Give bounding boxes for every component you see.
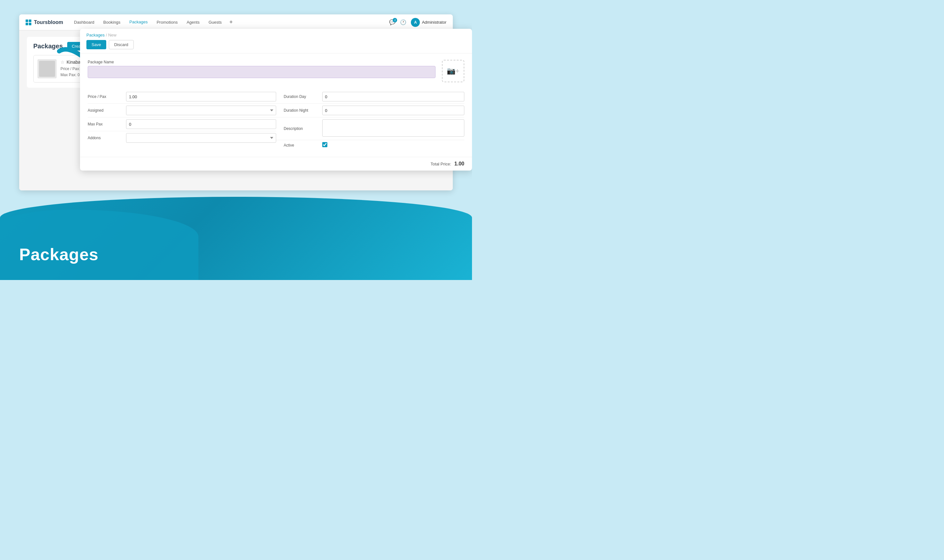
form-fields: Price / Pax Assigned Max Pax [88,90,464,151]
form-row-addons: Addons [88,131,276,145]
active-checkbox[interactable] [322,142,327,147]
form-overlay: Packages / New Save Discard Package Name… [80,29,472,171]
addons-label: Addons [88,136,126,140]
image-upload-placeholder[interactable]: 📷+ [442,60,464,82]
admin-name: Administrator [422,20,446,25]
form-row-assigned: Assigned [88,104,276,117]
assigned-select[interactable] [126,106,276,115]
clock-button[interactable]: 🕐 [400,19,406,25]
form-row-description: Description [276,117,464,140]
discard-button[interactable]: Discard [109,40,134,49]
brand-name: Toursbloom [34,20,63,25]
form-row-price: Price / Pax [88,90,276,104]
form-row-duration-night: Duration Night [276,104,464,117]
package-name-input[interactable] [88,66,435,78]
navbar: Toursbloom Dashboard Bookings Packages P… [19,14,453,31]
form-header: Packages / New Save Discard [80,29,472,54]
form-row-duration-day: Duration Day [276,90,464,104]
duration-day-label: Duration Day [284,94,322,99]
nav-packages[interactable]: Packages [125,14,152,31]
nav-bookings[interactable]: Bookings [99,14,125,31]
nav-agents[interactable]: Agents [182,14,204,31]
form-top: Package Name 📷+ [88,60,464,82]
nav-dashboard[interactable]: Dashboard [69,14,99,31]
form-actions: Save Discard [86,40,466,49]
admin-menu-button[interactable]: A Administrator [411,18,446,27]
price-label: Price / Pax [88,94,126,99]
breadcrumb-parent-link[interactable]: Packages [86,32,105,37]
form-row-active: Active [276,140,464,151]
nav-promotions[interactable]: Promotions [152,14,182,31]
price-input[interactable] [126,92,276,102]
package-name-field: Package Name [88,60,435,78]
navbar-brand: Toursbloom [26,20,63,25]
notification-badge: 2 [393,18,397,22]
nav-right: 💬 2 🕐 A Administrator [389,18,446,27]
total-price-value: 1.00 [454,161,464,167]
breadcrumb-current: New [108,32,117,37]
maxpax-label: Max Pax [88,122,126,126]
form-body: Package Name 📷+ Price / Pax Assigned [80,54,472,157]
brand-icon [26,20,31,25]
nav-links: Dashboard Bookings Packages Promotions A… [69,14,389,31]
active-label: Active [284,143,322,148]
notifications-button[interactable]: 💬 2 [389,19,395,25]
breadcrumb: Packages / New [86,32,466,37]
form-footer: Total Price: 1.00 [80,157,472,171]
addons-select[interactable] [126,133,276,143]
description-textarea[interactable] [322,119,464,137]
save-button[interactable]: Save [86,40,106,49]
maxpax-input[interactable] [126,119,276,129]
description-label: Description [284,126,322,131]
form-row-maxpax: Max Pax [88,117,276,131]
breadcrumb-separator: / [106,32,108,37]
duration-night-label: Duration Night [284,108,322,112]
total-price-label: Total Price: [431,162,451,166]
camera-icon: 📷+ [447,67,460,75]
duration-night-input[interactable] [322,106,464,115]
bottom-packages-label: Packages [19,245,98,264]
package-name-label: Package Name [88,60,435,64]
avatar: A [411,18,420,27]
nav-guests[interactable]: Guests [204,14,226,31]
form-col-right: Duration Day Duration Night Description [276,90,464,151]
nav-plus-button[interactable]: + [226,19,236,26]
assigned-label: Assigned [88,108,126,112]
form-col-left: Price / Pax Assigned Max Pax [88,90,276,151]
duration-day-input[interactable] [322,92,464,102]
